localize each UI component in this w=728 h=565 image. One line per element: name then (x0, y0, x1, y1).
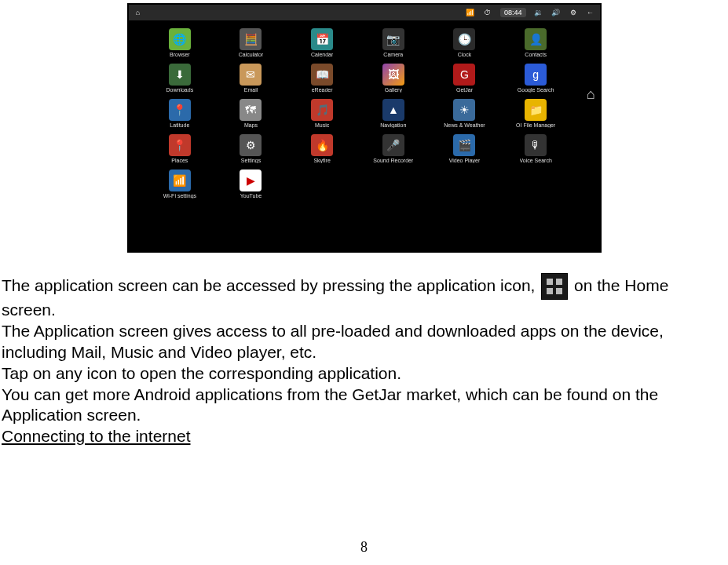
app-navigation[interactable]: ▲Navigation (357, 97, 429, 129)
status-time: 08:44 (500, 8, 526, 17)
app-label: OI File Manager (516, 122, 555, 128)
app-browser[interactable]: 🌐Browser (145, 27, 216, 59)
app-icon: 🔥 (311, 134, 333, 156)
android-apps-screenshot: ⌂ 📶 ⏱ 08:44 🔉 🔊 ⚙ ← 🌐Browser🧮Calculator📅… (127, 3, 602, 253)
app-maps[interactable]: 🗺Maps (215, 97, 287, 129)
settings-status-icon[interactable]: ⚙ (569, 8, 578, 17)
app-oi-file-manager[interactable]: 📁OI File Manager (500, 97, 572, 129)
app-label: Latitude (170, 122, 189, 128)
app-label: Google Search (518, 87, 554, 93)
app-label: Maps (244, 122, 258, 128)
app-camera[interactable]: 📷Camera (357, 27, 429, 59)
app-label: Places (171, 158, 188, 163)
app-label: Calendar (311, 52, 333, 57)
app-label: Camera (383, 52, 403, 57)
app-icon: 📍 (169, 99, 191, 121)
app-label: GetJar (456, 87, 473, 93)
app-icon: 🖼 (382, 64, 404, 86)
app-downloads[interactable]: ⬇Downloads (145, 62, 216, 94)
app-google-search[interactable]: gGoogle Search (500, 62, 572, 94)
app-news-weather[interactable]: ☀News & Weather (429, 97, 500, 129)
app-icon: 📶 (169, 170, 191, 191)
app-icon: 👤 (525, 28, 547, 50)
text: The application screen can be accessed b… (2, 276, 540, 294)
app-youtube[interactable]: ▶YouTube (215, 168, 287, 200)
app-label: Settings (241, 158, 261, 163)
app-grid: 🌐Browser🧮Calculator📅Calendar📷Camera🕒Cloc… (129, 20, 600, 206)
app-settings[interactable]: ⚙Settings (215, 133, 287, 165)
app-latitude[interactable]: 📍Latitude (145, 97, 216, 129)
volume-down-icon[interactable]: 🔉 (534, 8, 543, 17)
app-icon: 📍 (169, 134, 191, 156)
app-label: Contacts (525, 52, 547, 57)
paragraph: The application screen can be accessed b… (2, 273, 726, 321)
app-icon: 📁 (525, 99, 547, 121)
app-label: Email (244, 87, 258, 93)
wifi-icon: 📶 (466, 8, 475, 17)
paragraph: You can get more Android applications fr… (2, 385, 726, 427)
app-skyfire[interactable]: 🔥Skyfire (287, 133, 358, 165)
app-label: Browser (170, 52, 190, 57)
app-label: Clock (458, 52, 472, 57)
app-icon: ⚙ (240, 134, 262, 156)
app-label: Music (315, 122, 329, 128)
app-icon: 🎙 (525, 134, 547, 156)
app-sound-recorder[interactable]: 🎤Sound Recorder (357, 133, 429, 165)
app-icon: 🎬 (453, 134, 475, 156)
app-icon: 🎵 (311, 99, 333, 121)
app-calculator[interactable]: 🧮Calculator (215, 27, 287, 59)
paragraph: The Application screen gives access to a… (2, 321, 726, 363)
app-label: Sound Recorder (373, 158, 413, 163)
app-label: Calculator (239, 52, 264, 57)
back-icon[interactable]: ← (586, 8, 595, 17)
app-clock[interactable]: 🕒Clock (429, 27, 500, 59)
app-calendar[interactable]: 📅Calendar (287, 27, 358, 59)
status-bar: ⌂ 📶 ⏱ 08:44 🔉 🔊 ⚙ ← (129, 5, 600, 20)
app-voice-search[interactable]: 🎙Voice Search (500, 133, 572, 165)
app-icon: ⬇ (169, 64, 191, 86)
app-icon: ☀ (453, 99, 475, 121)
app-label: Wi-Fi settings (163, 193, 196, 199)
app-label: News & Weather (444, 122, 485, 128)
app-label: Navigation (380, 122, 406, 128)
app-wi-fi-settings[interactable]: 📶Wi-Fi settings (145, 168, 216, 200)
app-icon: 🧮 (240, 28, 262, 50)
app-label: YouTube (240, 193, 262, 199)
app-icon: g (525, 64, 547, 86)
app-icon: 📅 (311, 28, 333, 50)
clock-indicator-icon: ⏱ (483, 8, 492, 17)
app-icon: ▲ (382, 99, 404, 121)
app-label: Downloads (166, 87, 194, 93)
app-music[interactable]: 🎵Music (287, 97, 358, 129)
app-label: Voice Search (520, 158, 552, 163)
app-icon: 🎤 (382, 134, 404, 156)
home-icon[interactable]: ⌂ (134, 8, 143, 17)
app-icon: 🌐 (169, 28, 191, 50)
section-heading: Connecting to the internet (2, 426, 726, 447)
app-label: Skyfire (313, 158, 330, 163)
app-icon: 📷 (382, 28, 404, 50)
app-ereader[interactable]: 📖eReader (287, 62, 358, 94)
app-video-player[interactable]: 🎬Video Player (429, 133, 500, 165)
app-icon: ✉ (240, 64, 262, 86)
paragraph: Tap on any icon to open the correspondin… (2, 363, 726, 385)
page-number: 8 (0, 539, 728, 556)
app-icon: 🕒 (453, 28, 475, 50)
app-label: Video Player (449, 158, 481, 163)
app-contacts[interactable]: 👤Contacts (500, 27, 572, 59)
side-home-icon[interactable]: ⌂ (587, 86, 595, 103)
app-label: Gallery (385, 87, 402, 93)
application-grid-icon (541, 273, 568, 300)
document-body: The application screen can be accessed b… (0, 262, 728, 447)
app-label: eReader (312, 87, 333, 93)
app-gallery[interactable]: 🖼Gallery (357, 62, 429, 94)
app-places[interactable]: 📍Places (145, 133, 216, 165)
app-icon: 📖 (311, 64, 333, 86)
app-icon: 🗺 (240, 99, 262, 121)
app-icon: G (453, 64, 475, 86)
app-getjar[interactable]: GGetJar (429, 62, 500, 94)
volume-up-icon[interactable]: 🔊 (551, 8, 561, 17)
app-icon: ▶ (240, 170, 262, 191)
app-email[interactable]: ✉Email (215, 62, 287, 94)
